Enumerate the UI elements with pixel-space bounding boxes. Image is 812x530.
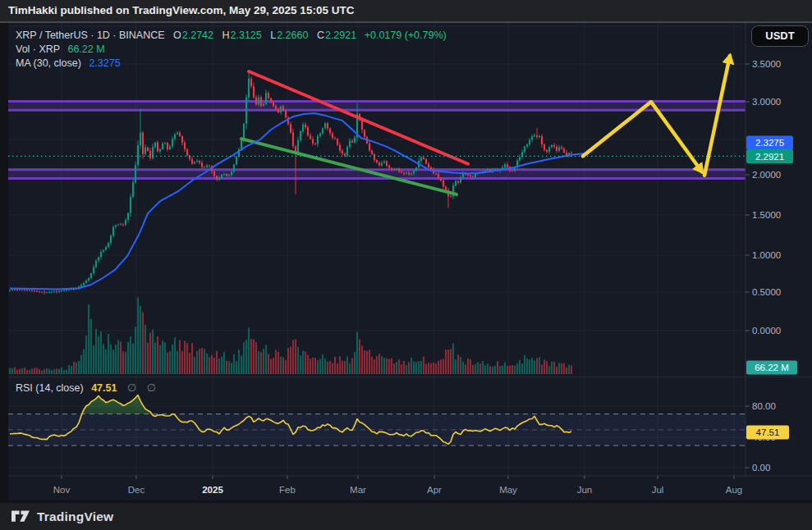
- svg-text:Mar: Mar: [350, 485, 366, 495]
- low-label: L: [270, 30, 276, 41]
- svg-text:3.0000: 3.0000: [752, 97, 781, 107]
- page: TimHakki published on TradingView.com, M…: [0, 0, 812, 530]
- empty-value-icon: ∅: [147, 382, 156, 394]
- attribution-bar: TimHakki published on TradingView.com, M…: [0, 0, 812, 23]
- svg-text:2.3275: 2.3275: [755, 138, 784, 148]
- legend-pane: XRP / TetherUS · 1D · BINANCE O2.2742 H2…: [16, 29, 447, 71]
- svg-text:Jun: Jun: [577, 485, 593, 495]
- ma-value: 2.3275: [89, 57, 120, 69]
- change-value: +0.0179 (+0.79%): [365, 30, 447, 41]
- price-axis[interactable]: 3.50003.00002.00001.50001.00000.50000.00…: [745, 59, 781, 473]
- open-label: O: [173, 30, 181, 41]
- rsi-label[interactable]: RSI (14, close): [16, 382, 84, 394]
- svg-text:Jul: Jul: [652, 485, 664, 495]
- symbol-title[interactable]: XRP / TetherUS · 1D · BINANCE: [16, 30, 165, 41]
- chart-canvas[interactable]: 3.50003.00002.00001.50001.00000.50000.00…: [8, 23, 812, 500]
- volume-label[interactable]: Vol · XRP: [16, 43, 60, 55]
- close-value: 2.2921: [325, 30, 356, 41]
- time-axis[interactable]: NovDec2025FebMarAprMayJunJulAug: [53, 476, 742, 495]
- svg-text:2.2921: 2.2921: [755, 152, 784, 162]
- rsi-value: 47.51: [91, 382, 117, 394]
- brand-text[interactable]: TradingView: [37, 509, 113, 524]
- chart-widget[interactable]: 3.50003.00002.00001.50001.00000.50000.00…: [8, 23, 812, 500]
- svg-text:May: May: [499, 485, 517, 495]
- close-label: C: [317, 30, 324, 41]
- high-label: H: [222, 30, 229, 41]
- svg-text:1.5000: 1.5000: [752, 210, 781, 220]
- svg-text:2.0000: 2.0000: [752, 170, 781, 180]
- svg-text:Aug: Aug: [726, 485, 742, 495]
- ma-label[interactable]: MA (30, close): [16, 57, 81, 69]
- legend-ma-row: MA (30, close) 2.3275: [16, 57, 447, 71]
- svg-text:0.00: 0.00: [752, 463, 770, 473]
- empty-value-icon: ∅: [127, 382, 136, 394]
- forecast-arrows[interactable]: [583, 56, 730, 176]
- svg-text:3.5000: 3.5000: [752, 59, 781, 69]
- volume-layer: [9, 297, 572, 374]
- svg-text:66.22 M: 66.22 M: [755, 363, 789, 372]
- svg-text:2025: 2025: [202, 485, 223, 495]
- tradingview-logo-icon[interactable]: [11, 510, 30, 523]
- currency-toggle-button[interactable]: USDT: [751, 25, 809, 47]
- svg-text:0.5000: 0.5000: [752, 287, 781, 297]
- svg-text:1.0000: 1.0000: [752, 250, 781, 260]
- svg-text:0.0000: 0.0000: [752, 326, 781, 336]
- attribution-text: TimHakki published on TradingView.com, M…: [0, 0, 354, 21]
- open-value: 2.2742: [182, 30, 213, 41]
- svg-text:Dec: Dec: [128, 485, 145, 495]
- rsi-legend-row: RSI (14, close) 47.51 ∅ ∅: [16, 382, 156, 394]
- legend-symbol-row: XRP / TetherUS · 1D · BINANCE O2.2742 H2…: [16, 29, 447, 43]
- low-value: 2.2660: [277, 30, 308, 41]
- legend-volume-row: Vol · XRP 66.22 M: [16, 43, 447, 57]
- svg-text:Feb: Feb: [279, 485, 296, 495]
- svg-text:80.00: 80.00: [752, 401, 776, 411]
- volume-value: 66.22 M: [67, 43, 104, 55]
- svg-text:47.51: 47.51: [756, 427, 780, 437]
- svg-text:Apr: Apr: [427, 485, 442, 495]
- svg-text:Nov: Nov: [53, 485, 71, 495]
- high-value: 2.3125: [231, 30, 262, 41]
- footer-bar: TradingView: [0, 503, 812, 530]
